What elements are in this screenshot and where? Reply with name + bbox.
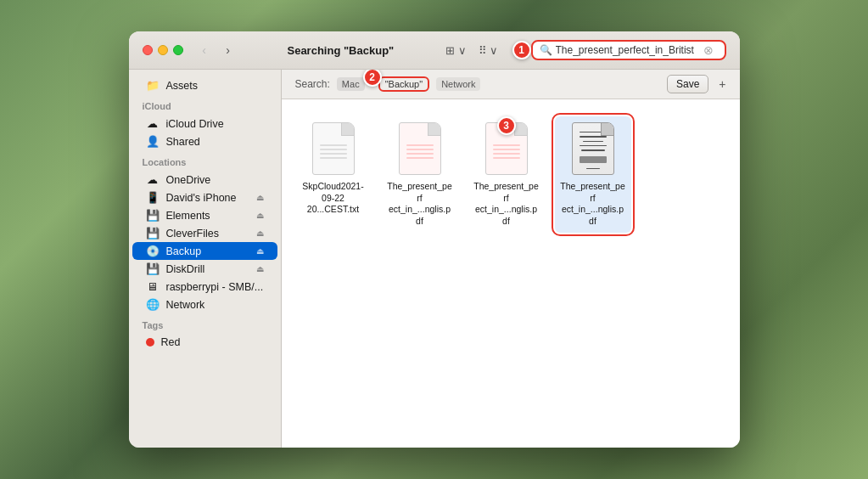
sidebar-item-label: OneDrive bbox=[166, 174, 264, 186]
sidebar-item-label: Shared bbox=[166, 136, 264, 148]
pdf-thumbnail bbox=[572, 122, 614, 175]
sidebar-item-assets[interactable]: 📁 Assets bbox=[132, 76, 277, 94]
search-bar-row: Search: Mac 2 "Backup" Network Save + bbox=[282, 70, 740, 99]
eject-icon: ⏏ bbox=[256, 193, 264, 202]
filter-backup-button[interactable]: "Backup" bbox=[378, 76, 430, 92]
sidebar-item-red[interactable]: Red bbox=[132, 334, 277, 351]
sidebar-item-shared[interactable]: 👤 Shared bbox=[132, 132, 277, 150]
file-name: The_present_perf ect_in_...nglis.pdf bbox=[473, 181, 540, 228]
sidebar-item-label: raspberrypi - SMB/... bbox=[166, 281, 264, 293]
sidebar-item-elements[interactable]: 💾 Elements ⏏ bbox=[132, 206, 277, 224]
back-button[interactable]: ‹ bbox=[193, 41, 216, 59]
sidebar-item-onedrive[interactable]: ☁ OneDrive bbox=[132, 171, 277, 189]
sidebar-item-label: iCloud Drive bbox=[166, 118, 264, 130]
right-panel: Search: Mac 2 "Backup" Network Save + bbox=[282, 70, 740, 448]
file-icon bbox=[310, 121, 357, 176]
txt-doc-icon bbox=[312, 122, 355, 175]
traffic-lights bbox=[143, 45, 183, 55]
list-item[interactable]: The_present_perf ect_in_...nglis.pdf bbox=[382, 116, 458, 233]
file-icon bbox=[569, 121, 617, 176]
plus-button[interactable]: + bbox=[719, 77, 725, 91]
sidebar-item-network[interactable]: 🌐 Network bbox=[132, 296, 277, 313]
eject-icon: ⏏ bbox=[256, 264, 264, 273]
diskdrill-icon: 💾 bbox=[146, 262, 160, 275]
cleverfiles-icon: 💾 bbox=[146, 227, 160, 240]
sidebar-item-label: Network bbox=[166, 299, 264, 311]
list-view-button[interactable]: ⠿ ∨ bbox=[475, 42, 502, 59]
file-icon bbox=[396, 121, 444, 176]
minimize-button[interactable] bbox=[158, 45, 168, 55]
raspberrypi-icon: 🖥 bbox=[146, 280, 160, 293]
sidebar-item-diskdrill[interactable]: 💾 DiskDrill ⏏ bbox=[132, 260, 277, 278]
iphone-icon: 📱 bbox=[146, 191, 160, 204]
filter-backup-container: 2 "Backup" bbox=[372, 76, 430, 92]
doc-lines bbox=[406, 142, 434, 161]
onedrive-icon: ☁ bbox=[146, 173, 160, 186]
sidebar-item-label: Assets bbox=[166, 80, 264, 92]
sidebar-item-label: Elements bbox=[166, 210, 249, 222]
maximize-button[interactable] bbox=[173, 45, 183, 55]
search-label: Search: bbox=[295, 78, 330, 90]
step-badge-1: 1 bbox=[512, 41, 531, 59]
search-container: 1 🔍 ⊗ bbox=[512, 40, 726, 60]
close-button[interactable] bbox=[143, 45, 153, 55]
list-item[interactable]: SkpCloud2021-09-22 20...CEST.txt bbox=[295, 116, 372, 233]
icloud-drive-icon: ☁ bbox=[146, 117, 160, 130]
search-box: 🔍 ⊗ bbox=[531, 40, 726, 60]
filter-mac-button[interactable]: Mac bbox=[337, 77, 365, 91]
main-content: 📁 Assets iCloud ☁ iCloud Drive 👤 Shared … bbox=[129, 70, 740, 448]
sidebar: 📁 Assets iCloud ☁ iCloud Drive 👤 Shared … bbox=[129, 70, 282, 448]
doc-lines bbox=[320, 142, 347, 161]
file-name: SkpCloud2021-09-22 20...CEST.txt bbox=[300, 181, 367, 216]
sidebar-item-label: David's iPhone bbox=[166, 192, 249, 204]
search-input[interactable] bbox=[556, 44, 700, 56]
file-area: SkpCloud2021-09-22 20...CEST.txt bbox=[282, 99, 740, 448]
sidebar-item-label: DiskDrill bbox=[166, 263, 249, 275]
list-item[interactable]: 3 The_present_perf ect_in_...ngli bbox=[468, 116, 545, 233]
locations-section-label: Locations bbox=[129, 150, 281, 171]
forward-button[interactable]: › bbox=[217, 41, 239, 59]
sidebar-item-cleverfiles[interactable]: 💾 CleverFiles ⏏ bbox=[132, 224, 277, 242]
list-item[interactable]: The_present_perf ect_in_...nglis.pdf bbox=[555, 116, 631, 233]
red-tag-dot bbox=[146, 338, 154, 347]
sidebar-item-backup[interactable]: 💿 Backup ⏏ bbox=[132, 242, 277, 260]
grid-view-button[interactable]: ⊞ ∨ bbox=[442, 42, 470, 59]
step-badge-3-container: 3 bbox=[497, 116, 516, 135]
eject-icon: ⏏ bbox=[256, 246, 264, 256]
search-clear-icon[interactable]: ⊗ bbox=[703, 44, 714, 56]
step-badge-3: 3 bbox=[497, 116, 516, 135]
backup-icon: 💿 bbox=[146, 245, 160, 257]
file-name: The_present_perf ect_in_...nglis.pdf bbox=[560, 181, 626, 228]
filter-network-button[interactable]: Network bbox=[436, 77, 480, 91]
nav-arrows: ‹ › bbox=[193, 41, 239, 59]
titlebar: ‹ › Searching "Backup" ⊞ ∨ ⠿ ∨ 1 🔍 ⊗ bbox=[129, 31, 740, 70]
sidebar-item-label: CleverFiles bbox=[166, 228, 249, 240]
elements-icon: 💾 bbox=[146, 209, 160, 222]
file-name: The_present_perf ect_in_...nglis.pdf bbox=[387, 181, 453, 228]
step-badge-2: 2 bbox=[363, 70, 382, 87]
sidebar-item-label: Backup bbox=[166, 245, 249, 257]
assets-icon: 📁 bbox=[146, 79, 160, 92]
shared-icon: 👤 bbox=[146, 135, 160, 148]
network-icon: 🌐 bbox=[146, 298, 160, 311]
sidebar-item-raspberrypi[interactable]: 🖥 raspberrypi - SMB/... bbox=[132, 278, 277, 296]
eject-icon: ⏏ bbox=[256, 228, 264, 238]
icloud-section-label: iCloud bbox=[129, 94, 281, 115]
sidebar-item-label: Red bbox=[161, 336, 264, 348]
view-controls: ⊞ ∨ ⠿ ∨ bbox=[442, 42, 501, 59]
finder-window: ‹ › Searching "Backup" ⊞ ∨ ⠿ ∨ 1 🔍 ⊗ 📁 A… bbox=[129, 31, 740, 448]
sidebar-item-davids-iphone[interactable]: 📱 David's iPhone ⏏ bbox=[132, 189, 277, 206]
search-icon: 🔍 bbox=[540, 44, 552, 56]
doc-lines bbox=[493, 142, 520, 161]
save-button[interactable]: Save bbox=[667, 75, 708, 93]
window-title: Searching "Backup" bbox=[249, 44, 433, 57]
tags-section-label: Tags bbox=[129, 313, 281, 334]
pdf-doc-icon bbox=[399, 122, 441, 175]
eject-icon: ⏏ bbox=[256, 211, 264, 220]
sidebar-item-icloud-drive[interactable]: ☁ iCloud Drive bbox=[132, 115, 277, 132]
